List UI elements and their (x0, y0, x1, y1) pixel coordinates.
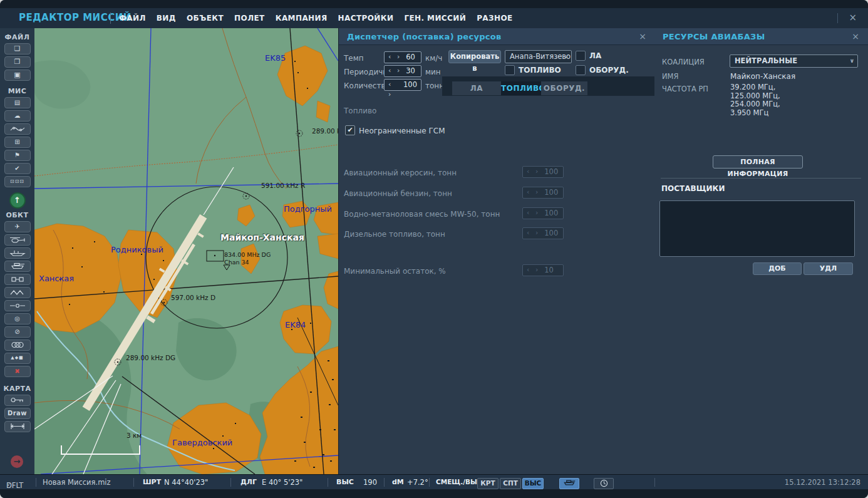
tab-equipment[interactable]: ОБОРУД. (541, 81, 587, 95)
menu-misc[interactable]: РАЗНОЕ (477, 14, 512, 23)
draw-tool-button[interactable]: Draw (4, 408, 31, 419)
coalition-label: КОАЛИЦИЯ (662, 58, 705, 66)
unlimited-fuel-label: Неограниченные ГСМ (359, 127, 445, 135)
template-icon (9, 289, 26, 296)
add-ship-button[interactable] (4, 247, 31, 259)
shapes-button[interactable]: ▲◆■ (4, 353, 31, 364)
resource-dispatcher-panel: Диспетчер (поставка) ресурсов × Темп ‹ ›… (338, 28, 656, 474)
mw50-label: Водно-метаноловая смесь MW-50, тонн (344, 210, 500, 219)
add-helicopter-button[interactable] (4, 234, 31, 246)
add-vehicle-button[interactable] (4, 261, 31, 272)
spinner-arrows-icon[interactable]: ‹ › (388, 80, 399, 90)
spinner-arrows-icon: ‹ › (527, 187, 540, 198)
save-mission-button[interactable]: ▣ (4, 70, 31, 81)
map-label: Chan 34 (224, 259, 249, 266)
flags-icon: ⚑ (14, 152, 20, 158)
chevron-down-icon: ∨ (850, 55, 854, 66)
statusbar-divider (133, 478, 134, 487)
toolbar-section-objects: ОБКТ (0, 211, 34, 219)
coalition-dropdown[interactable]: НЕЙТРАЛЬНЫЕ∨ (730, 54, 858, 68)
map-label: 3 км (127, 432, 142, 439)
new-file-icon: ❏ (14, 44, 21, 53)
time-gauge-button[interactable] (594, 478, 614, 489)
magnetic-declination-label: dM (392, 478, 404, 486)
period-value: 30 (406, 66, 415, 76)
exit-button[interactable]: → (11, 455, 23, 468)
copy-target-dropdown[interactable]: Анапа-Витязево∨ (505, 50, 572, 63)
briefing-button[interactable]: ▤ (4, 97, 31, 108)
satellite-layer-button[interactable]: СПТ (500, 478, 521, 489)
copy-fuel-label: ТОПЛИВО (519, 66, 561, 75)
window-close-icon[interactable]: × (849, 12, 857, 23)
menu-settings[interactable]: НАСТРОЙКИ (338, 14, 394, 23)
remove-supplier-button[interactable]: УДЛ (803, 262, 853, 275)
statusbar-divider (328, 478, 328, 487)
copy-equipment-checkbox[interactable] (576, 65, 586, 75)
waypoint-tool-button[interactable] (4, 300, 31, 311)
helicopter-icon (9, 236, 26, 243)
menu-file[interactable]: ФАЙЛ (119, 14, 146, 23)
menu-flight[interactable]: ПОЛЕТ (234, 14, 265, 23)
add-static-object-button[interactable] (4, 274, 31, 285)
unlimited-fuel-checkbox[interactable]: ✔ (345, 125, 355, 135)
menu-mission-gen[interactable]: ГЕН. МИССИЙ (404, 14, 466, 23)
target-button[interactable]: ◎ (4, 313, 31, 324)
ruler-button[interactable] (4, 421, 31, 432)
copy-fuel-checkbox[interactable] (505, 65, 515, 75)
menu-object[interactable]: ОБЪЕКТ (187, 14, 224, 23)
linked-list-button[interactable]: ⊡⊡⊡ (4, 176, 31, 187)
prohibited-icon: ⊘ (14, 328, 19, 335)
trigger-node-button[interactable]: ⊞ (4, 137, 31, 148)
copy-aircraft-label: ЛА (589, 51, 601, 60)
kerosene-spinner: ‹ ›100 (522, 166, 564, 178)
map-key-button[interactable] (4, 395, 31, 406)
menu-campaign[interactable]: КАМПАНИЯ (276, 14, 328, 23)
flags-button[interactable]: ⚑ (4, 150, 31, 161)
map-viewport[interactable]: EK85289.00 kH591.00 kHz RПодгорныйМайкоп… (34, 28, 338, 474)
copy-aircraft-checkbox[interactable] (576, 51, 586, 61)
period-label: Периодичн. (344, 68, 390, 76)
menu-bar: РЕДАКТОР МИССИЙ ФАЙЛ ВИД ОБЪЕКТ ПОЛЕТ КА… (0, 8, 868, 29)
zones-button[interactable] (4, 340, 31, 351)
dispatcher-close-icon[interactable]: × (639, 31, 646, 41)
altitude-layer-button[interactable]: ВЫС (522, 478, 544, 489)
tab-aircraft[interactable]: ЛА (452, 81, 501, 95)
menu-view[interactable]: ВИД (157, 14, 176, 23)
fly-mission-button[interactable]: ↑ (9, 192, 26, 209)
toolbar-section-map: КАРТА (0, 385, 34, 393)
delete-x-icon: ✖ (14, 368, 19, 375)
period-spinner[interactable]: ‹ ›30 (384, 65, 421, 77)
copy-to-button[interactable]: Копировать в (448, 50, 501, 63)
map-layer-button[interactable]: КРТ (477, 478, 499, 489)
quantity-spinner[interactable]: ‹ ›100 (384, 79, 421, 91)
spinner-arrows-icon[interactable]: ‹ › (388, 52, 401, 63)
route-tool-button[interactable] (4, 123, 31, 135)
airbase-close-icon[interactable]: × (852, 31, 859, 41)
mw50-spinner: ‹ ›100 (522, 207, 564, 219)
spinner-arrows-icon: ‹ › (527, 228, 540, 239)
title-divider (110, 13, 111, 24)
new-mission-button[interactable]: ❏ (4, 43, 31, 54)
min-rest-spinner: ‹ ›10 (522, 264, 564, 276)
open-mission-button[interactable]: ❐ (4, 56, 31, 68)
map-label: EK84 (285, 320, 306, 329)
tempo-spinner[interactable]: ‹ ›60 (384, 51, 421, 63)
map-label: Родниковый (111, 245, 163, 254)
open-folder-icon: ❐ (14, 58, 21, 66)
add-supplier-button[interactable]: ДОБ (753, 262, 802, 275)
map-labels: EK85289.00 kH591.00 kHz RПодгорныйМайкоп… (34, 28, 338, 474)
quantity-value: 100 (403, 80, 417, 90)
delete-button[interactable]: ✖ (4, 366, 31, 377)
add-template-button[interactable] (4, 287, 31, 298)
full-info-button[interactable]: ПОЛНАЯ ИНФОРМАЦИЯ (713, 155, 803, 169)
route-icon (9, 125, 26, 132)
suppliers-listbox[interactable] (659, 200, 855, 257)
ground-units-toggle-button[interactable] (559, 478, 579, 489)
restricted-zone-button[interactable]: ⊘ (4, 326, 31, 338)
airbase-name-value: Майкоп-Ханская (730, 72, 795, 81)
add-airplane-button[interactable]: ✈ (4, 221, 31, 232)
spinner-arrows-icon[interactable]: ‹ › (388, 66, 401, 76)
tab-fuel[interactable]: ТОПЛИВО (501, 81, 541, 95)
weather-button[interactable]: ☁ (4, 110, 31, 122)
goals-button[interactable]: ✔ (4, 163, 31, 174)
